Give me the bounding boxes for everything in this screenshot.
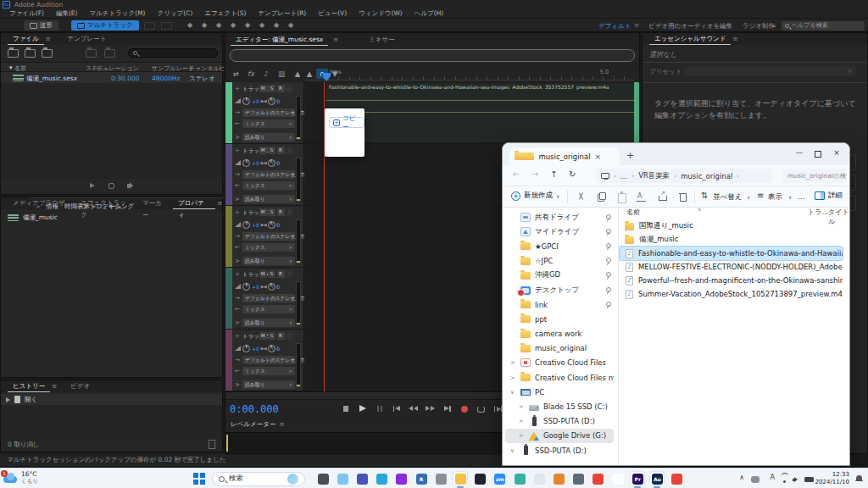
solo-button[interactable]: S bbox=[268, 332, 275, 340]
output-select[interactable]: ミックス> bbox=[242, 367, 295, 375]
sidebar-item[interactable]: ∨ PC bbox=[505, 385, 614, 399]
panel-menu-icon[interactable]: ≡ bbox=[333, 36, 338, 43]
track-options-icon[interactable]: ⋮ bbox=[286, 332, 293, 340]
minimize-icon[interactable]: — bbox=[793, 148, 805, 157]
transport-button[interactable] bbox=[357, 404, 368, 413]
transport-button[interactable] bbox=[442, 404, 453, 413]
record-arm-button[interactable]: R bbox=[277, 332, 285, 340]
sidebar-item[interactable]: > Blade 15 SSD (C:) bbox=[505, 399, 614, 413]
automation-mode-select[interactable]: 読み取り∨ bbox=[242, 319, 295, 327]
sidebar-item[interactable]: デスクトップ bbox=[505, 283, 614, 297]
open-file-icon[interactable] bbox=[8, 49, 19, 58]
menu-item[interactable]: マルチトラック(M) bbox=[83, 9, 151, 18]
files-search-input[interactable] bbox=[128, 48, 218, 58]
taskbar-app-icon[interactable]: Au bbox=[649, 471, 665, 486]
volume-value[interactable]: +0 bbox=[252, 346, 259, 352]
tool-icon[interactable]: ◆ bbox=[242, 21, 253, 30]
taskbar-app-icon[interactable] bbox=[473, 471, 488, 486]
preview-loop-icon[interactable] bbox=[108, 182, 115, 190]
volume-knob[interactable] bbox=[242, 97, 250, 105]
cut-icon[interactable] bbox=[576, 191, 587, 202]
timecode-display[interactable]: 0:00.000 bbox=[230, 403, 279, 415]
upload-icon[interactable] bbox=[86, 49, 97, 58]
file-row[interactable]: MELLOW-FESTIVE-ELECTRONIC-(NODDY-HOLDER)… bbox=[620, 260, 843, 274]
panel-menu-icon[interactable]: ≡ bbox=[732, 36, 737, 42]
sidebar-item[interactable]: camera work bbox=[505, 327, 614, 341]
workspace-tab-radio[interactable]: ラジオ制作 bbox=[743, 21, 775, 30]
explorer-tab[interactable]: music_original × bbox=[509, 147, 620, 165]
share-icon[interactable] bbox=[657, 191, 668, 202]
editor-toggle-icon[interactable] bbox=[161, 22, 172, 30]
automation-mode-select[interactable]: 読み取り∨ bbox=[242, 195, 295, 203]
view-icon[interactable]: ≡ bbox=[757, 191, 764, 200]
file-row[interactable]: Summer-Vacation_AdobeStock_1052713897_pr… bbox=[620, 287, 843, 301]
expand-chevron-icon[interactable]: > bbox=[510, 374, 516, 381]
tray-cloud-icon[interactable] bbox=[751, 476, 760, 483]
solo-button[interactable]: S bbox=[268, 147, 275, 154]
expand-chevron-icon[interactable]: > bbox=[510, 359, 516, 366]
breadcrumb-parent[interactable]: VR音楽案 bbox=[638, 171, 670, 181]
track-options-icon[interactable]: ⋮ bbox=[286, 208, 293, 216]
breadcrumb[interactable]: › … › VR音楽案 › music_original › bbox=[596, 169, 772, 183]
taskbar-app-icon[interactable] bbox=[335, 471, 350, 486]
tab-templates[interactable]: テンプレート bbox=[63, 33, 112, 45]
back-icon[interactable]: ← bbox=[513, 169, 520, 179]
automation-mode-select[interactable]: 読み取り∨ bbox=[242, 133, 295, 141]
volume-value[interactable]: +0 bbox=[252, 160, 259, 166]
output-select[interactable]: ミックス> bbox=[242, 119, 295, 128]
volume-value[interactable]: +0 bbox=[252, 284, 259, 290]
tab-level-meter[interactable]: レベルメーター ≡ bbox=[231, 420, 285, 429]
taskbar-app-icon[interactable] bbox=[571, 471, 587, 486]
tray-expand-icon[interactable]: ∧ bbox=[739, 474, 744, 481]
explorer-search-input[interactable]: music_originalの検索 bbox=[782, 169, 847, 183]
track-fx-icon[interactable]: fx bbox=[245, 69, 257, 79]
volume-value[interactable]: +0 bbox=[252, 222, 259, 228]
details-pane-button[interactable]: 詳細 bbox=[815, 191, 843, 201]
playhead[interactable] bbox=[323, 73, 331, 81]
input-select[interactable]: デフォルトのステレオ入力> bbox=[242, 294, 295, 302]
automation-chevron-icon[interactable]: > bbox=[235, 381, 240, 388]
maximize-icon[interactable] bbox=[815, 151, 821, 158]
taskbar-app-icon[interactable] bbox=[670, 471, 685, 486]
sidebar-item[interactable]: link bbox=[505, 297, 614, 312]
tool-icon[interactable]: ◆ bbox=[185, 21, 195, 30]
multitrack-view-button[interactable]: マルチトラック bbox=[71, 20, 139, 30]
transport-button[interactable] bbox=[459, 404, 470, 413]
tab-mixer[interactable]: ミキサー bbox=[364, 34, 400, 46]
close-tab-icon[interactable]: × bbox=[595, 152, 615, 161]
sidebar-item[interactable]: マイドライブ bbox=[505, 225, 614, 239]
tool-icon[interactable]: ◆ bbox=[214, 21, 224, 30]
taskbar-app-icon[interactable] bbox=[375, 471, 390, 486]
file-list-column-headers[interactable]: 名前 ∧ トラ... タイトル bbox=[620, 208, 849, 219]
volume-knob[interactable] bbox=[242, 159, 250, 167]
start-button[interactable] bbox=[193, 473, 205, 485]
volume-knob[interactable] bbox=[242, 221, 250, 229]
import-files-icon[interactable] bbox=[25, 49, 36, 58]
delete-icon[interactable] bbox=[677, 191, 688, 202]
notification-bell-icon[interactable] bbox=[855, 475, 863, 482]
track-options-icon[interactable]: ⋮ bbox=[286, 85, 293, 92]
forward-icon[interactable]: → bbox=[531, 169, 538, 179]
automation-chevron-icon[interactable]: > bbox=[235, 258, 240, 264]
transport-button[interactable] bbox=[476, 404, 487, 413]
new-item-icon[interactable] bbox=[42, 49, 53, 58]
taskbar-app-icon[interactable] bbox=[354, 471, 370, 486]
preview-play-icon[interactable] bbox=[88, 182, 96, 190]
mute-button[interactable]: M bbox=[259, 208, 267, 216]
tool-icon[interactable]: ◆ bbox=[228, 21, 238, 30]
automation-chevron-icon[interactable]: > bbox=[235, 196, 240, 202]
taskbar-search[interactable]: 検索 bbox=[212, 472, 305, 486]
weather-widget[interactable]: 1 16°Cくもり bbox=[3, 470, 38, 485]
waveform-view-button[interactable]: 波形 bbox=[24, 20, 58, 30]
automation-chevron-icon[interactable]: > bbox=[235, 319, 240, 326]
expand-chevron-icon[interactable]: > bbox=[519, 432, 525, 439]
sidebar-item[interactable]: > Creative Cloud Files nyamato@mori- bbox=[505, 370, 614, 385]
sidebar-divider[interactable] bbox=[618, 208, 619, 465]
menu-item[interactable]: クリップ(C) bbox=[152, 9, 199, 18]
taskbar-app-icon[interactable] bbox=[512, 471, 527, 486]
tool-icon[interactable]: ◆ bbox=[286, 21, 296, 30]
mute-button[interactable]: M bbox=[259, 85, 267, 92]
help-search-input[interactable]: ヘルプを検索 bbox=[782, 21, 865, 30]
automation-chevron-icon[interactable]: > bbox=[235, 134, 240, 141]
record-arm-button[interactable]: R bbox=[277, 85, 285, 92]
